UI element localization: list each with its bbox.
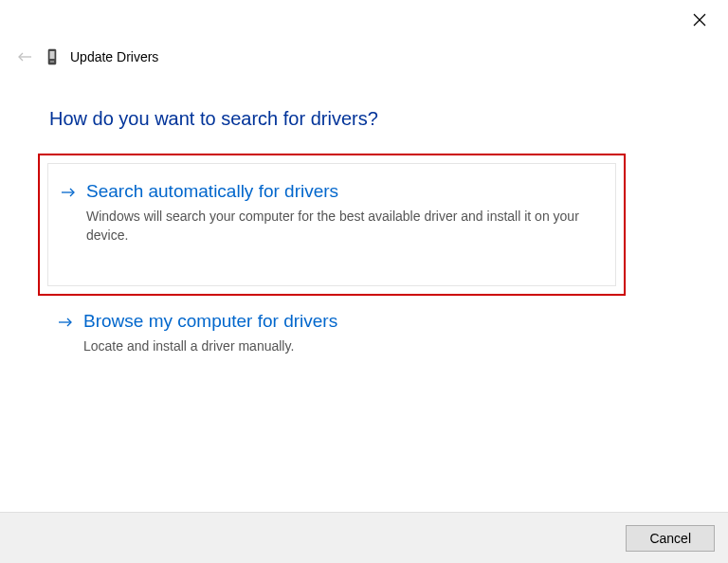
close-icon	[693, 13, 706, 29]
option-browse-computer-wrapper: Browse my computer for drivers Locate an…	[38, 303, 626, 381]
option-description: Windows will search your computer for th…	[86, 208, 598, 245]
option-search-automatically-highlight: Search automatically for drivers Windows…	[38, 154, 626, 296]
svg-rect-5	[50, 61, 54, 63]
option-search-automatically[interactable]: Search automatically for drivers Windows…	[47, 163, 616, 286]
arrow-right-icon	[61, 185, 76, 202]
option-title: Browse my computer for drivers	[83, 311, 601, 332]
option-description: Locate and install a driver manually.	[83, 337, 601, 356]
arrow-right-icon	[58, 315, 73, 332]
option-title: Search automatically for drivers	[86, 181, 598, 202]
device-icon	[46, 47, 59, 66]
back-arrow-icon[interactable]	[15, 51, 34, 63]
dialog-footer: Cancel	[0, 512, 728, 563]
close-button[interactable]	[688, 9, 711, 32]
svg-rect-4	[50, 51, 55, 59]
dialog-header: Update Drivers	[15, 47, 158, 66]
option-browse-computer[interactable]: Browse my computer for drivers Locate an…	[46, 311, 618, 373]
page-heading: How do you want to search for drivers?	[49, 108, 378, 130]
cancel-button[interactable]: Cancel	[626, 525, 715, 552]
dialog-title: Update Drivers	[70, 49, 158, 64]
